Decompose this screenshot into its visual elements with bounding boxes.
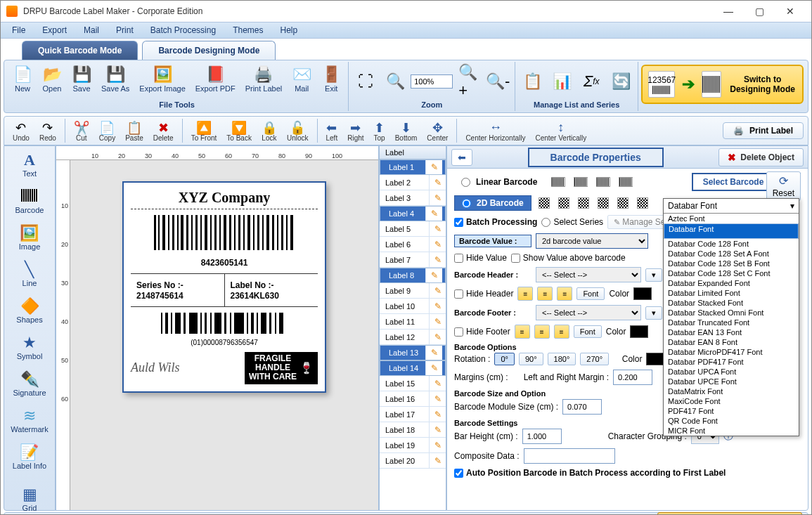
font-option[interactable]: PDF417 Font <box>664 406 799 416</box>
zoom-fit[interactable]: ⛶ <box>352 70 380 93</box>
delete-object-button[interactable]: ✖Delete Object <box>718 148 804 167</box>
font-option[interactable]: Databar Code 128 Set C Font <box>664 268 799 278</box>
ribbon-new[interactable]: 📄New <box>8 63 37 94</box>
radio-select-series[interactable]: Select Series <box>541 217 603 227</box>
tb-tofront[interactable]: 🔼To Front <box>187 120 221 142</box>
font-option[interactable]: MICR Font <box>664 426 799 436</box>
edit-icon[interactable]: ✎ <box>429 314 446 329</box>
font-option[interactable]: Databar Code 128 Font <box>664 239 799 249</box>
menu-export[interactable]: Export <box>34 22 75 38</box>
tb-unlock[interactable]: 🔓Unlock <box>283 120 313 142</box>
font-option[interactable]: Databar EAN 13 Font <box>664 327 799 337</box>
label-row-6[interactable]: Label 6✎ <box>380 237 446 252</box>
tb-centerh[interactable]: ↔Center Horizontally <box>461 120 529 142</box>
props-back-button[interactable]: ⬅ <box>451 149 472 166</box>
tool-image[interactable]: 🖼️Image <box>17 222 43 253</box>
menu-mail[interactable]: Mail <box>75 22 108 38</box>
header-select[interactable]: <-- Select --> <box>536 267 641 282</box>
chk-hide-value[interactable]: Hide Value <box>454 253 507 263</box>
lrm-input[interactable] <box>613 370 652 385</box>
manage-fx[interactable]: Σfx <box>577 70 605 93</box>
label-row-9[interactable]: Label 9✎ <box>380 283 446 299</box>
font-option[interactable]: Databar Font <box>664 223 799 239</box>
tool-symbol[interactable]: ★Symbol <box>15 332 45 363</box>
tb-lock[interactable]: 🔒Lock <box>257 120 281 142</box>
tb-paste[interactable]: 📋Paste <box>121 120 148 142</box>
rot-270[interactable]: 270° <box>580 353 609 365</box>
composite-input[interactable] <box>524 448 615 464</box>
chk-batch[interactable]: Batch Processing <box>454 217 537 227</box>
footer-font-btn[interactable]: Font <box>574 325 602 338</box>
edit-icon[interactable]: ✎ <box>429 330 446 344</box>
align-center-h[interactable]: ≡ <box>537 287 553 301</box>
edit-icon[interactable]: ✎ <box>425 346 442 360</box>
edit-icon[interactable]: ✎ <box>429 252 446 267</box>
chk-hide-footer[interactable]: Hide Footer <box>454 327 510 337</box>
label-row-2[interactable]: Label 2✎ <box>380 175 446 190</box>
label-row-13[interactable]: Label 13✎ <box>380 345 446 360</box>
tool-text[interactable]: AText <box>20 149 39 180</box>
header-color-swatch[interactable] <box>633 287 652 300</box>
tb-toback[interactable]: 🔽To Back <box>222 120 256 142</box>
menu-print[interactable]: Print <box>108 22 142 38</box>
label-row-17[interactable]: Label 17✎ <box>380 407 446 422</box>
module-input[interactable] <box>562 399 602 415</box>
manage-refresh[interactable]: 🔄 <box>607 70 635 93</box>
edit-icon[interactable]: ✎ <box>425 268 442 282</box>
font-option[interactable]: Databar Expanded Font <box>664 278 799 288</box>
footer-more[interactable]: ▾ <box>645 306 662 320</box>
manage-list-1[interactable]: 📋 <box>518 70 546 93</box>
edit-icon[interactable]: ✎ <box>429 438 446 452</box>
ribbon-save[interactable]: 💾Save <box>67 63 96 94</box>
tb-copy[interactable]: 📄Copy <box>95 120 120 142</box>
edit-icon[interactable]: ✎ <box>425 207 442 221</box>
label-row-1[interactable]: Label 1✎ <box>380 159 446 175</box>
align-left-h[interactable]: ≡ <box>517 287 533 301</box>
chk-show-above[interactable]: Show Value above barcode <box>511 253 626 263</box>
menu-file[interactable]: File <box>4 22 34 38</box>
font-option[interactable]: Databar MicroPDF417 Font <box>664 347 799 357</box>
zoom-actual[interactable]: 🔍 <box>381 70 409 93</box>
label-row-18[interactable]: Label 18✎ <box>380 422 446 438</box>
maximize-button[interactable]: ▢ <box>744 1 775 22</box>
font-dropdown-trigger[interactable]: Databar Font▾ <box>664 199 799 214</box>
label-row-12[interactable]: Label 12✎ <box>380 330 446 345</box>
font-option[interactable]: Databar UPCA Font <box>664 367 799 377</box>
tool-labelinfo[interactable]: 📝Label Info <box>11 441 49 472</box>
edit-icon[interactable]: ✎ <box>429 453 446 468</box>
label-row-15[interactable]: Label 15✎ <box>380 376 446 391</box>
font-option[interactable]: Aztec Font <box>664 214 799 223</box>
tb-top[interactable]: ⬆Top <box>370 120 389 142</box>
switch-mode-button[interactable]: 123567 ➔ Switch to Designing Mode <box>641 65 804 104</box>
tb-bottom[interactable]: ⬇Bottom <box>391 120 422 142</box>
barh-input[interactable] <box>522 429 562 444</box>
label-row-7[interactable]: Label 7✎ <box>380 252 446 268</box>
font-option[interactable]: Databar Stacked Font <box>664 298 799 308</box>
generate-barcode-link[interactable]: Generate-Barcode.com <box>657 512 802 516</box>
label-row-16[interactable]: Label 16✎ <box>380 391 446 407</box>
label-row-10[interactable]: Label 10✎ <box>380 299 446 314</box>
edit-icon[interactable]: ✎ <box>429 175 446 190</box>
edit-icon[interactable]: ✎ <box>429 283 446 298</box>
edit-icon[interactable]: ✎ <box>425 160 442 174</box>
font-option[interactable]: QR Code Font <box>664 416 799 426</box>
tb-cut[interactable]: ✂️Cut <box>70 120 94 142</box>
zoom-out[interactable]: 🔍- <box>484 70 512 93</box>
chk-auto-position[interactable]: Auto Position Barcode in Batch Process a… <box>454 468 726 478</box>
label-row-20[interactable]: Label 20✎ <box>380 453 446 469</box>
ribbon-export-pdf[interactable]: 📕Export PDF <box>191 63 240 94</box>
manage-list-2[interactable]: 📊 <box>548 70 576 93</box>
font-option[interactable]: Databar Limited Font <box>664 288 799 298</box>
tb-delete[interactable]: ✖Delete <box>149 120 178 142</box>
ribbon-saveas[interactable]: 💾Save As <box>97 63 134 94</box>
ribbon-open[interactable]: 📂Open <box>38 63 66 94</box>
label-row-8[interactable]: Label 8✎ <box>380 268 446 283</box>
barcode-value-input[interactable]: 2d barcode value <box>536 233 648 249</box>
tb-redo[interactable]: ↷Redo <box>35 120 60 142</box>
chk-hide-header[interactable]: Hide Header <box>454 289 513 299</box>
label-row-14[interactable]: Label 14✎ <box>380 360 446 376</box>
edit-icon[interactable]: ✎ <box>429 407 446 422</box>
font-option[interactable]: Databar Code 128 Set A Font <box>664 249 799 259</box>
tb-centerv[interactable]: ↕Center Vertically <box>531 120 591 142</box>
tool-barcode[interactable]: Barcode <box>13 185 46 216</box>
